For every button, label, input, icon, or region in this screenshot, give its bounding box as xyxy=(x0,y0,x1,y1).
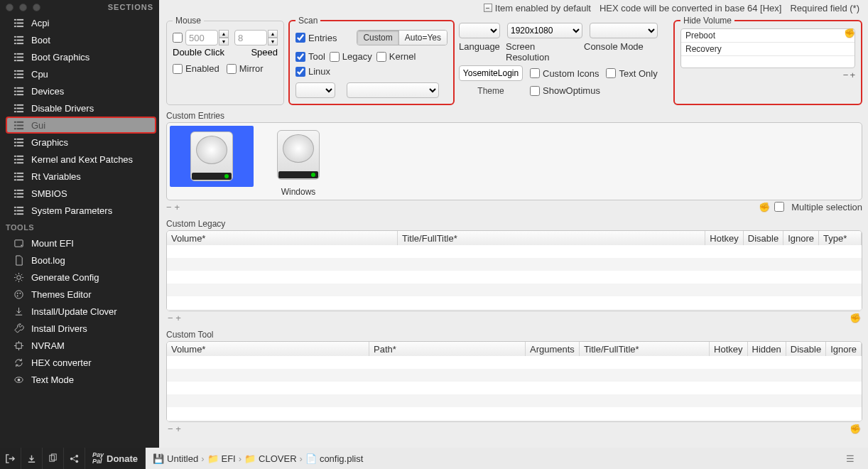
breadcrumb-item[interactable]: config.plist xyxy=(320,453,363,464)
grab-icon[interactable]: ✊ xyxy=(850,313,861,323)
kernel-checkbox[interactable]: Kernel xyxy=(376,51,416,62)
custom-icons-checkbox[interactable]: Custom Icons xyxy=(530,68,599,79)
col-header[interactable]: Disable xyxy=(744,231,783,245)
breadcrumb-item[interactable]: CLOVER xyxy=(259,453,296,464)
multiple-selection-label: Multiple selection xyxy=(791,202,862,212)
plus-button[interactable]: + xyxy=(175,424,181,434)
svg-rect-35 xyxy=(16,111,23,112)
breadcrumb-item[interactable]: EFI xyxy=(222,453,236,464)
svg-rect-25 xyxy=(16,87,23,88)
sidebar-tool-install-drivers[interactable]: Install Drivers xyxy=(0,320,159,337)
traffic-max[interactable] xyxy=(33,4,40,11)
sidebar-item-boot[interactable]: Boot xyxy=(0,31,159,48)
entries-checkbox[interactable]: Entries xyxy=(295,33,337,43)
list-item[interactable]: Preboot xyxy=(681,29,855,43)
col-header[interactable]: Disable xyxy=(786,342,826,356)
col-header[interactable]: Volume* xyxy=(167,342,369,356)
double-click-checkbox[interactable] xyxy=(173,33,183,43)
minus-button[interactable]: − xyxy=(843,70,849,80)
plus-button[interactable]: + xyxy=(175,313,181,323)
menu-icon[interactable]: ☰ xyxy=(840,453,861,464)
tool-checkbox[interactable]: Tool xyxy=(295,51,325,62)
col-header[interactable]: Title/FullTitle* xyxy=(580,342,710,356)
copy-button[interactable] xyxy=(43,448,64,469)
plus-button[interactable]: + xyxy=(850,70,855,80)
scan-select-2[interactable] xyxy=(347,82,439,98)
theme-input[interactable] xyxy=(459,65,523,81)
speed-input[interactable] xyxy=(234,30,267,45)
stepper-down-icon[interactable]: ▼ xyxy=(268,38,278,45)
custom-entry-item[interactable]: Windows xyxy=(256,126,340,197)
breadcrumb-item[interactable]: Untitled xyxy=(167,453,198,464)
sidebar-item-smbios[interactable]: SMBIOS xyxy=(0,185,159,202)
sidebar-item-boot-graphics[interactable]: Boot Graphics xyxy=(0,48,159,65)
sidebar-tool-themes-editor[interactable]: Themes Editor xyxy=(0,286,159,303)
plus-button[interactable]: + xyxy=(175,202,183,212)
minus-button[interactable]: − xyxy=(168,313,173,323)
col-header[interactable]: Ignore xyxy=(826,342,862,356)
speed-stepper[interactable]: ▲▼ xyxy=(234,30,278,45)
segment-custom[interactable]: Custom xyxy=(357,31,398,45)
stepper-up-icon[interactable]: ▲ xyxy=(268,30,278,38)
sidebar-item-system-params[interactable]: System Parameters xyxy=(0,202,159,219)
double-click-stepper[interactable]: ▲▼ xyxy=(173,30,229,45)
sidebar-tool-text-mode[interactable]: Text Mode xyxy=(0,371,159,388)
screen-resolution-select[interactable]: 1920x1080 xyxy=(507,23,582,38)
list-item[interactable]: Recovery xyxy=(681,43,855,56)
sidebar-item-disable-drivers[interactable]: Disable Drivers xyxy=(0,99,159,117)
show-optimus-checkbox[interactable]: ShowOptimus xyxy=(530,85,600,96)
minus-button[interactable]: − xyxy=(166,202,175,212)
hide-volume-list[interactable]: Preboot Recovery xyxy=(680,28,855,68)
multiple-selection-checkbox[interactable] xyxy=(774,202,784,212)
mirror-checkbox[interactable]: Mirror xyxy=(227,63,264,74)
text-only-checkbox[interactable]: Text Only xyxy=(606,68,657,79)
segment-auto[interactable]: Auto=Yes xyxy=(398,31,447,45)
col-header[interactable]: Volume* xyxy=(167,231,398,245)
sidebar-item-cpu[interactable]: Cpu xyxy=(0,65,159,82)
donate-button[interactable]: PayPalDonate xyxy=(85,448,146,469)
col-header[interactable]: Title/FullTitle* xyxy=(398,231,705,245)
sidebar-tool-hex-converter[interactable]: HEX converter xyxy=(0,354,159,371)
share-button[interactable] xyxy=(64,448,85,469)
col-header[interactable]: Arguments xyxy=(526,342,580,356)
exit-button[interactable] xyxy=(0,448,21,469)
sidebar-item-rt-variables[interactable]: Rt Variables xyxy=(0,168,159,185)
grab-icon[interactable]: ✊ xyxy=(759,202,770,212)
minus-button[interactable]: − xyxy=(168,424,173,434)
console-mode-select[interactable] xyxy=(590,23,658,38)
sidebar-item-graphics[interactable]: Graphics xyxy=(0,134,159,151)
sidebar-tool-nvram[interactable]: NVRAM xyxy=(0,337,159,354)
linux-checkbox[interactable]: Linux xyxy=(295,66,330,77)
sidebar-tool-mount-efi[interactable]: Mount EFI xyxy=(0,234,159,252)
sidebar-item-devices[interactable]: Devices xyxy=(0,82,159,99)
scan-select-1[interactable] xyxy=(295,82,335,98)
list-icon xyxy=(13,103,24,114)
sidebar-item-acpi[interactable]: Acpi xyxy=(0,14,159,31)
table-body[interactable] xyxy=(167,356,862,421)
scan-mode-segment[interactable]: Custom Auto=Yes xyxy=(357,30,447,45)
col-header[interactable]: Type* xyxy=(819,231,862,245)
stepper-down-icon[interactable]: ▼ xyxy=(219,38,229,45)
sidebar-tool-install-clover[interactable]: Install/Update Clover xyxy=(0,303,159,320)
stepper-up-icon[interactable]: ▲ xyxy=(219,30,229,38)
sidebar-tool-bootlog[interactable]: Boot.log xyxy=(0,252,159,269)
traffic-min[interactable] xyxy=(19,4,27,11)
col-header[interactable]: Hotkey xyxy=(710,342,747,356)
col-header[interactable]: Hidden xyxy=(748,342,786,356)
legacy-checkbox[interactable]: Legacy xyxy=(330,51,372,62)
custom-entry-item[interactable] xyxy=(170,126,254,197)
sidebar-item-kernel-kext[interactable]: Kernel and Kext Patches xyxy=(0,151,159,168)
sidebar-item-gui[interactable]: Gui xyxy=(6,117,156,134)
export-button[interactable] xyxy=(21,448,43,469)
double-click-input[interactable] xyxy=(185,30,218,45)
table-body[interactable] xyxy=(167,245,862,311)
col-header[interactable]: Hotkey xyxy=(705,231,743,245)
col-header[interactable]: Path* xyxy=(369,342,526,356)
grab-icon[interactable]: ✊ xyxy=(844,28,855,38)
sidebar-tool-generate-config[interactable]: Generate Config xyxy=(0,269,159,286)
traffic-close[interactable] xyxy=(6,4,13,11)
language-select[interactable] xyxy=(459,23,500,38)
enabled-checkbox[interactable]: Enabled xyxy=(173,63,219,74)
col-header[interactable]: Ignore xyxy=(783,231,819,245)
grab-icon[interactable]: ✊ xyxy=(850,424,861,434)
